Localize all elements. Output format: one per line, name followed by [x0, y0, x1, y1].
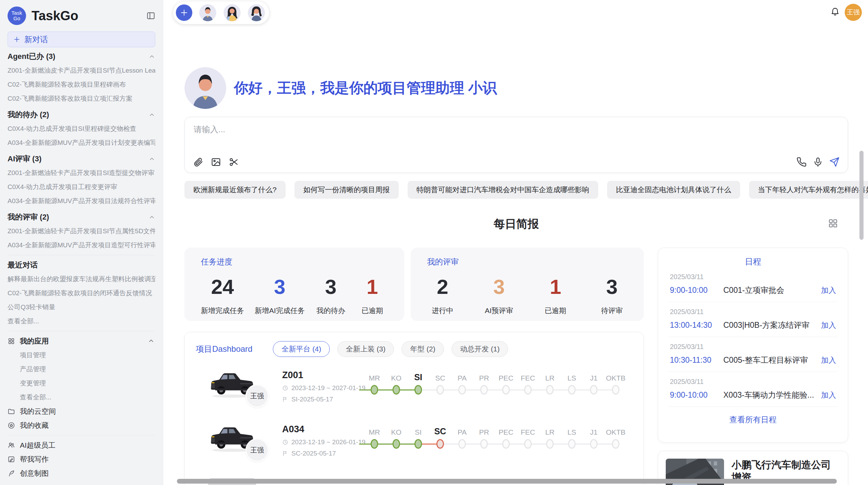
- sidebar-collapse-icon[interactable]: [146, 11, 155, 20]
- plus-icon: [180, 9, 188, 17]
- project-row[interactable]: 王强Z0012023-12-19 ~ 2027-01-19SI-2025-05-…: [185, 364, 643, 418]
- user-avatar[interactable]: 王强: [845, 4, 862, 21]
- milestone-dot: [480, 385, 488, 395]
- dashboard-filter[interactable]: 全新上装 (3): [337, 341, 394, 357]
- milestone-label: MR: [363, 370, 385, 384]
- sidebar-item-favorites[interactable]: 我的收藏: [8, 418, 155, 432]
- project-row[interactable]: 王强A0342023-12-19 ~ 2026-01-19SC-2025-05-…: [185, 418, 643, 472]
- sidebar-app-item[interactable]: 查看全部...: [8, 390, 155, 404]
- group-title: 我的待办 (2): [8, 110, 148, 120]
- sidebar-item[interactable]: Z001-全新燃油皮卡产品开发项目SI节点Lesson Learn报告: [8, 63, 155, 77]
- suggestion-chip[interactable]: 特朗普可能对进口汽车增税会对中国车企造成哪些影响: [408, 181, 598, 199]
- sidebar-item[interactable]: A034-全新新能源MUV产品开发项目法规符合性评审: [8, 194, 155, 208]
- milestone-dot: [458, 439, 466, 449]
- dashboard-filter[interactable]: 全新平台 (4): [273, 341, 330, 357]
- task-progress-card: 任务进度 24新增完成任务3新增AI完成任务3我的待办1已逾期: [184, 248, 404, 321]
- sidebar-tool-item[interactable]: 创意制图: [8, 466, 155, 480]
- greeting-text: 你好，王强，我是你的项目管理助理 小识: [234, 78, 497, 98]
- milestone: SI: [407, 370, 429, 396]
- new-chat-button[interactable]: 新对话: [8, 32, 155, 47]
- milestone: KO: [385, 370, 407, 396]
- layout-grid-icon[interactable]: [828, 218, 839, 229]
- sidebar-recent-item[interactable]: 解释最新出台的欧盟报废车法规再生塑料比例被调至15%...: [8, 272, 155, 286]
- milestone-dot: [393, 439, 400, 449]
- chevron-up-icon: [148, 214, 155, 221]
- suggestion-chip[interactable]: 如何写一份清晰的项目周报: [294, 181, 399, 199]
- milestone-dot: [568, 439, 576, 449]
- suggestion-chip[interactable]: 比亚迪全固态电池计划具体说了什么: [607, 181, 740, 199]
- sidebar-recent-item[interactable]: 公司Q3轻卡销量: [8, 300, 155, 314]
- teammate-avatar[interactable]: [224, 4, 241, 21]
- vertical-scrollbar[interactable]: [859, 151, 864, 240]
- stat-label: 新增完成任务: [201, 306, 244, 315]
- horizontal-scrollbar[interactable]: [177, 479, 837, 484]
- stat-value: 3: [315, 276, 346, 298]
- milestone-label: OKTB: [605, 370, 627, 384]
- sidebar-group-header[interactable]: AI评审 (3): [8, 152, 155, 166]
- sidebar-item-cloud-space[interactable]: 我的云空间: [8, 404, 155, 418]
- milestone: OKTB: [605, 424, 627, 450]
- sidebar-tool-item[interactable]: AI超级员工: [8, 438, 155, 452]
- phone-icon[interactable]: [796, 157, 807, 167]
- milestone-dot: [480, 439, 488, 449]
- teammate-avatar[interactable]: [248, 4, 265, 21]
- stat-label: 待评审: [596, 306, 627, 315]
- sidebar-app-item[interactable]: 产品管理: [8, 362, 155, 376]
- milestone: LR: [539, 424, 561, 450]
- sidebar-tool-item[interactable]: 帮我写作: [8, 452, 155, 466]
- sidebar-item[interactable]: Z001-全新燃油轻卡产品开发项目SI节点属性5D文件评审: [8, 224, 155, 238]
- suggestion-chip[interactable]: 欧洲新规最近颁布了什么?: [184, 181, 286, 199]
- sidebar-app-item[interactable]: 变更管理: [8, 376, 155, 390]
- sidebar-recent-item[interactable]: C02-飞腾新能源轻客改款项目的闭环通告反馈情况: [8, 286, 155, 300]
- stat-label: 我的待办: [315, 306, 346, 315]
- teammate-avatar[interactable]: [199, 4, 216, 21]
- sidebar-item[interactable]: A034-全新新能源MUV产品开发项目计划变更表编写: [8, 136, 155, 150]
- sidebar-item[interactable]: C0X4-动力总成开发项目工程变更评审: [8, 180, 155, 194]
- flag-date: SC-2025-05-17: [291, 450, 336, 457]
- sidebar-item[interactable]: C02-飞腾新能源轻客改款项目里程碑画布: [8, 77, 155, 91]
- scissors-icon[interactable]: [229, 157, 239, 167]
- send-icon[interactable]: [829, 157, 840, 167]
- sidebar-app-item[interactable]: 项目管理: [8, 348, 155, 362]
- dashboard-filter[interactable]: 年型 (2): [401, 341, 444, 357]
- sidebar-item[interactable]: Z001-全新燃油轻卡产品开发项目SI造型提交物评审: [8, 166, 155, 180]
- join-link[interactable]: 加入: [821, 355, 836, 365]
- milestone-label: LR: [539, 424, 561, 438]
- stat-value: 1: [357, 276, 388, 298]
- daily-brief-title: 每日简报: [184, 216, 848, 232]
- stat-新增完成任务: 24新增完成任务: [201, 276, 244, 315]
- sidebar-recent-item[interactable]: 查看全部...: [8, 314, 155, 328]
- stat-value: 24: [201, 276, 244, 298]
- stat-label: 新增AI完成任务: [255, 306, 305, 315]
- milestone-dot: [524, 439, 532, 449]
- sidebar-group-header[interactable]: 我的待办 (2): [8, 108, 155, 122]
- dashboard-filter[interactable]: 动总开发 (1): [451, 341, 508, 357]
- milestone: LS: [561, 424, 583, 450]
- sidebar-group-header[interactable]: Agent已办 (3): [8, 49, 155, 63]
- logo-text-1: Task: [12, 10, 22, 16]
- notification-bell-icon[interactable]: [830, 7, 840, 16]
- sidebar-item[interactable]: C02-飞腾新能源轻客改款项目立项汇报方案: [8, 91, 155, 105]
- view-all-schedule-link[interactable]: 查看所有日程: [668, 414, 837, 425]
- add-member-button[interactable]: [176, 4, 192, 21]
- clock-icon: [282, 439, 288, 445]
- folder-icon: [8, 408, 15, 415]
- suggestion-chip[interactable]: 当下年轻人对汽车外观有怎样的喜好趋势: [749, 181, 868, 199]
- join-link[interactable]: 加入: [821, 285, 836, 296]
- sidebar-item[interactable]: C0X4-动力总成开发项目SI里程碑提交物检查: [8, 122, 155, 136]
- image-icon[interactable]: [211, 157, 221, 167]
- paperclip-icon[interactable]: [193, 157, 203, 167]
- sidebar-item[interactable]: A034-全新新能源MUV产品开发项目造型可行性评审: [8, 238, 155, 252]
- schedule-date: 2025/03/11: [670, 378, 836, 386]
- sidebar-section-my-apps[interactable]: 我的应用: [8, 334, 155, 348]
- composer-input[interactable]: [194, 125, 839, 134]
- schedule-name: X003-车辆动力学性能验...: [723, 390, 821, 400]
- stat-已逾期: 1已逾期: [357, 276, 388, 315]
- chevron-up-icon: [148, 337, 155, 345]
- mic-icon[interactable]: [813, 157, 823, 167]
- join-link[interactable]: 加入: [821, 390, 836, 400]
- group-title: 我的评审 (2): [8, 212, 148, 222]
- join-link[interactable]: 加入: [821, 320, 836, 331]
- assistant-avatar: [184, 67, 226, 109]
- sidebar-group-header[interactable]: 我的评审 (2): [8, 210, 155, 224]
